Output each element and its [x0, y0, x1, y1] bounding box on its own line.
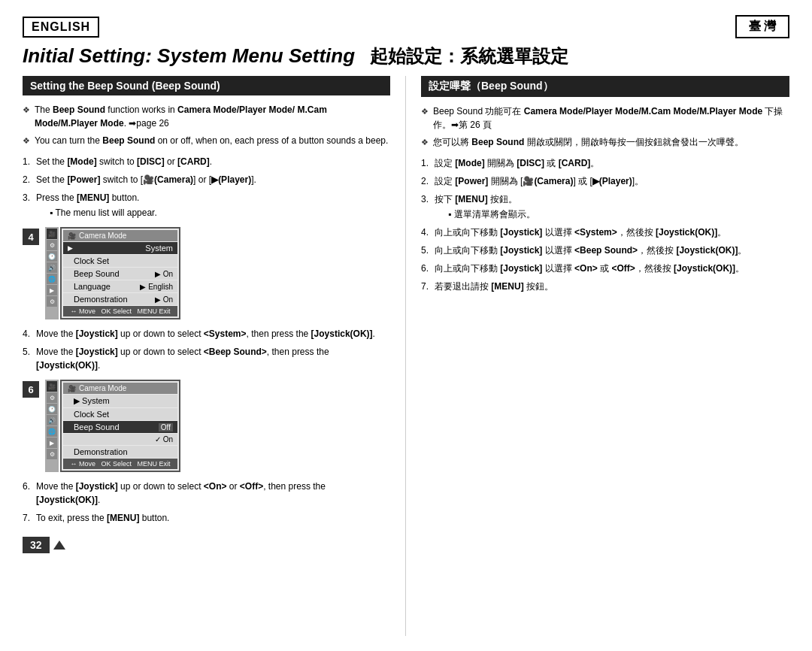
- steps-list-2: 4. Move the [Joystick] up or down to sel…: [23, 327, 390, 372]
- step-6: 6. Move the [Joystick] up or down to sel…: [23, 480, 390, 507]
- col-right: 設定嗶聲（Beep Sound） ❖ Beep Sound 功能可在 Camer…: [406, 76, 789, 636]
- page: ENGLISH 臺 灣 Initial Setting: System Menu…: [0, 0, 812, 651]
- two-col: Setting the Beep Sound (Beep Sound) ❖ Th…: [23, 76, 789, 636]
- menu-item-lang-label: Language: [74, 282, 111, 291]
- camera-icon-6: 🎥: [68, 385, 76, 392]
- right-step-2: 2. 設定 [Power] 開關為 [🎥(Camera)] 或 [▶(Playe…: [421, 174, 789, 188]
- menu-title-bar-4: 🎥 Camera Mode: [63, 230, 177, 241]
- menu-footer-text-6: ↔ Move OK Select MENU Exit: [70, 460, 170, 468]
- step-num-6: 6: [23, 381, 39, 398]
- menu-item-6-on-value: ✓ On: [155, 435, 173, 444]
- step-num-4: 4: [23, 229, 39, 245]
- menu-item-system-label: System: [145, 244, 173, 253]
- menu-item-6-system-label: ▶ System: [74, 396, 110, 406]
- diamond-icon: ❖: [23, 104, 30, 117]
- menu-item-system: System: [63, 242, 177, 254]
- menu-item-beep-label: Beep Sound: [74, 269, 120, 278]
- menu-icons-col: 🎥 ⚙ 🕐 🔊 🌐 ▶ ⚙: [45, 227, 59, 319]
- right-bullets: ❖ Beep Sound 功能可在 Camera Mode/Player Mod…: [421, 104, 789, 149]
- right-section-header: 設定嗶聲（Beep Sound）: [421, 76, 789, 97]
- menu-item-6-demo: Demonstration: [63, 446, 177, 458]
- right-steps: 1. 設定 [Mode] 開關為 [DISC] 或 [CARD]。 2. 設定 …: [421, 156, 789, 293]
- steps-list-3: 6. Move the [Joystick] up or down to sel…: [23, 480, 390, 525]
- left-section-header: Setting the Beep Sound (Beep Sound): [23, 76, 390, 95]
- menu-icon-6-3: 🕐: [47, 404, 57, 414]
- menu-item-6-off: Off: [159, 423, 173, 431]
- menu-icon-4: 🔊: [47, 262, 57, 273]
- right-bullet-1-text: Beep Sound 功能可在 Camera Mode/Player Mode/…: [433, 104, 789, 132]
- menu-item-beep-value: ▶ On: [155, 270, 173, 278]
- menu-item-language: Language ▶ English: [63, 280, 177, 292]
- menu-icons-col-6: 🎥 ⚙ 🕐 🔊 🌐 ▶ ⚙: [45, 380, 59, 472]
- diagram-row-6: 6 🎥 ⚙ 🕐 🔊 🌐 ▶ ⚙ �: [23, 380, 180, 472]
- menu-icon-2: ⚙: [47, 240, 57, 250]
- step-7: 7. To exit, press the [MENU] button.: [23, 511, 390, 525]
- left-bullets: ❖ The Beep Sound function works in Camer…: [23, 103, 390, 147]
- top-header: ENGLISH 臺 灣: [23, 15, 789, 38]
- menu-icon-6-2: ⚙: [47, 392, 57, 403]
- menu-title-6-text: Camera Mode: [79, 384, 126, 392]
- menu-item-6-clockset: Clock Set: [63, 408, 177, 420]
- right-step-5: 5. 向上或向下移動 [Joystick] 以選擇 <Beep Sound>，然…: [421, 244, 789, 257]
- menu-title-4-text: Camera Mode: [79, 232, 126, 240]
- right-bullet-2-text: 您可以將 Beep Sound 開啟或關閉，開啟時每按一個按鈕就會發出一次嗶聲。: [433, 135, 744, 149]
- menu-item-lang-value: ▶ English: [140, 283, 173, 291]
- menu-item-beepsound: Beep Sound ▶ On: [63, 268, 177, 280]
- steps-list: 1. Set the [Mode] switch to [DISC] or [C…: [23, 155, 390, 220]
- right-step-3-sub: 選單清單將會顯示。: [448, 207, 789, 221]
- menu-item-clockset-label: Clock Set: [74, 256, 109, 265]
- step-1: 1. Set the [Mode] switch to [DISC] or [C…: [23, 155, 390, 168]
- arrow-up-icon: [53, 540, 65, 550]
- menu-icon-1: 🎥: [47, 229, 57, 239]
- step-4: 4. Move the [Joystick] up or down to sel…: [23, 327, 390, 341]
- menu-item-demo-value: ▶ On: [155, 295, 173, 304]
- right-step-4: 4. 向上或向下移動 [Joystick] 以選擇 <System>，然後按 […: [421, 226, 789, 239]
- menu-icon-6: ▶: [47, 285, 57, 295]
- menu-item-6-on: ✓ On: [63, 434, 177, 445]
- diamond-icon-2: ❖: [23, 135, 30, 147]
- menu-box-4: 🎥 Camera Mode System Clock Set Beep Soun…: [60, 227, 180, 319]
- right-step-6: 6. 向上或向下移動 [Joystick] 以選擇 <On> 或 <Off>，然…: [421, 262, 789, 275]
- menu-icon-6-7: ⚙: [47, 449, 57, 459]
- menu-box-6: 🎥 Camera Mode ▶ System Clock Set Beep So…: [60, 380, 180, 472]
- menu-item-6-beep-label: Beep Sound: [74, 422, 120, 431]
- menu-icon-6-4: 🔊: [47, 415, 57, 425]
- menu-icon-7: ⚙: [47, 296, 57, 307]
- bullet-2: ❖ You can turn the Beep Sound on or off,…: [23, 134, 390, 147]
- menu-item-demo-label: Demonstration: [74, 295, 128, 304]
- diamond-icon-r2: ❖: [421, 136, 429, 149]
- bullet-2-text: You can turn the Beep Sound on or off, w…: [35, 134, 388, 147]
- step-5: 5. Move the [Joystick] up or down to sel…: [23, 345, 390, 372]
- step-2: 2. Set the [Power] switch to [🎥(Camera)]…: [23, 173, 390, 186]
- menu-item-6-clockset-label: Clock Set: [74, 410, 109, 419]
- menu-item-6-system: ▶ System: [63, 395, 177, 407]
- page-number: 32: [23, 529, 390, 553]
- menu-icon-6-1: 🎥: [47, 381, 57, 392]
- menu-icon-6-5: 🌐: [47, 426, 57, 437]
- right-step-1: 1. 設定 [Mode] 開關為 [DISC] 或 [CARD]。: [421, 156, 789, 170]
- english-label: ENGLISH: [23, 17, 99, 38]
- diagram-row-4: 4 🎥 ⚙ 🕐 🔊 🌐 ▶ ⚙ �: [23, 227, 180, 319]
- bullet-1-text: The Beep Sound function works in Camera …: [35, 103, 390, 130]
- right-step-7: 7. 若要退出請按 [MENU] 按鈕。: [421, 280, 789, 293]
- col-left: Setting the Beep Sound (Beep Sound) ❖ Th…: [23, 76, 406, 636]
- menu-item-demo: Demonstration ▶ On: [63, 293, 177, 305]
- menu-item-6-beep: Beep Sound Off: [63, 421, 177, 433]
- step-3: 3. Press the [MENU] button. The menu lis…: [23, 191, 390, 220]
- diamond-icon-r1: ❖: [421, 105, 429, 118]
- menu-4: 🎥 ⚙ 🕐 🔊 🌐 ▶ ⚙ 🎥 Camera Mode: [45, 227, 180, 319]
- bullet-1: ❖ The Beep Sound function works in Camer…: [23, 103, 390, 130]
- menu-footer-text-4: ↔ Move OK Select MENU Exit: [70, 307, 170, 315]
- menu-diagrams-6: 6 🎥 ⚙ 🕐 🔊 🌐 ▶ ⚙ �: [23, 380, 390, 472]
- menu-item-clockset: Clock Set: [63, 255, 177, 267]
- step-3-sub: The menu list will appear.: [50, 206, 390, 220]
- menu-icon-3: 🕐: [47, 251, 57, 262]
- main-title-zh: 起始設定：系統選單設定: [370, 44, 568, 68]
- menu-item-6-demo-label: Demonstration: [74, 447, 128, 456]
- menu-footer-4: ↔ Move OK Select MENU Exit: [63, 306, 177, 316]
- taiwan-label: 臺 灣: [735, 15, 789, 38]
- main-title-row: Initial Setting: System Menu Setting 起始設…: [23, 44, 789, 68]
- menu-icon-6-6: ▶: [47, 438, 57, 448]
- menu-diagrams: 4 🎥 ⚙ 🕐 🔊 🌐 ▶ ⚙ �: [23, 227, 390, 319]
- menu-6: 🎥 ⚙ 🕐 🔊 🌐 ▶ ⚙ 🎥 Camera Mode: [45, 380, 180, 472]
